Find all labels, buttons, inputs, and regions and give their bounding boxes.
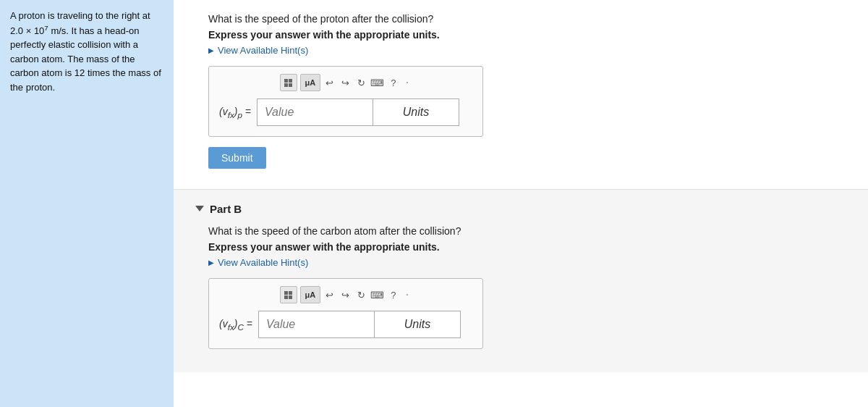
part-b-units-box[interactable]: Units	[374, 311, 461, 338]
part-a-instruction: Express your answer with the appropriate…	[195, 29, 846, 41]
grid-cell-b2	[289, 291, 292, 295]
part-b-redo-icon[interactable]: ↪	[339, 288, 352, 301]
grid-cell-b3	[284, 295, 288, 299]
part-b-question: What is the speed of the carbon atom aft…	[195, 225, 846, 237]
part-b-eq-label: (vfx)C =	[219, 318, 252, 332]
part-b-mu-button[interactable]: μA	[300, 286, 320, 303]
part-b-refresh-icon[interactable]: ↻	[355, 288, 368, 301]
problem-text: A proton is traveling to the right at 2.…	[10, 10, 161, 93]
refresh-icon[interactable]: ↻	[355, 76, 368, 89]
grid-cell-1	[284, 79, 288, 83]
grid-cell-b4	[289, 295, 292, 299]
redo-icon[interactable]: ↪	[339, 76, 352, 89]
grid-cell-2	[289, 79, 292, 83]
grid-icon	[284, 79, 292, 87]
part-b-toolbar: μA ↩ ↪ ↻ ⌨ ? ·	[219, 286, 472, 303]
part-a-toolbar: μA ↩ ↪ ↻ ⌨ ? ·	[219, 74, 472, 91]
undo-icon[interactable]: ↩	[323, 76, 336, 89]
part-b-input-row: (vfx)C = Units	[219, 311, 472, 338]
part-b-more-options-icon[interactable]: ·	[403, 288, 412, 301]
part-b-grid-icon-btn[interactable]	[280, 286, 297, 303]
more-options-icon[interactable]: ·	[403, 76, 412, 89]
part-a-submit-button[interactable]: Submit	[208, 147, 266, 169]
part-b-hint-link[interactable]: View Available Hint(s)	[195, 257, 846, 268]
help-icon[interactable]: ?	[387, 76, 400, 89]
grid-cell-3	[284, 83, 288, 87]
part-b-header: Part B	[195, 203, 846, 215]
part-a-input-row: (vfx)p = Units	[219, 98, 472, 126]
keyboard-icon[interactable]: ⌨	[371, 76, 384, 89]
part-b-keyboard-icon[interactable]: ⌨	[371, 288, 384, 301]
part-b-value-input[interactable]	[258, 311, 374, 338]
part-a-eq-label: (vfx)p =	[219, 106, 251, 119]
part-b-label: Part B	[210, 203, 242, 215]
part-a-section: What is the speed of the proton after th…	[174, 0, 868, 190]
part-b-section: Part B What is the speed of the carbon a…	[174, 190, 868, 372]
part-b-help-icon[interactable]: ?	[387, 288, 400, 301]
grid-icon-btn[interactable]	[280, 74, 297, 91]
part-a-question: What is the speed of the proton after th…	[195, 13, 846, 25]
part-b-instruction: Express your answer with the appropriate…	[195, 241, 846, 253]
grid-cell-4	[289, 83, 292, 87]
part-a-answer-box: μA ↩ ↪ ↻ ⌨ ? · (vfx)p = Units	[208, 66, 483, 137]
part-a-value-input[interactable]	[257, 98, 373, 126]
grid-cell-b1	[284, 291, 288, 295]
mu-button[interactable]: μA	[300, 74, 320, 91]
part-b-undo-icon[interactable]: ↩	[323, 288, 336, 301]
part-b-toggle[interactable]	[195, 206, 204, 213]
part-b-grid-icon	[284, 291, 292, 299]
right-panel: What is the speed of the proton after th…	[174, 0, 868, 407]
part-a-hint-link[interactable]: View Available Hint(s)	[195, 45, 846, 56]
part-a-units-box[interactable]: Units	[373, 98, 459, 126]
part-b-answer-box: μA ↩ ↪ ↻ ⌨ ? · (vfx)C = Units	[208, 278, 483, 349]
problem-description: A proton is traveling to the right at 2.…	[0, 0, 174, 407]
